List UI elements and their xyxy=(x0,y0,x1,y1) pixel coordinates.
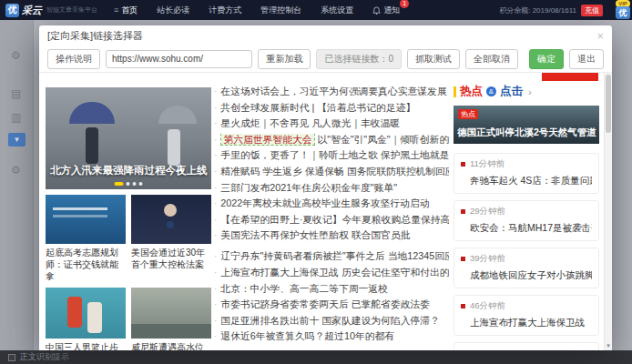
hot-item-time: 11分钟前 xyxy=(470,158,505,170)
hot-sidebar: 热点 & 点击 › 热点 德国正式叫停北溪2号天然气管道 11分钟前奔驰车起火 … xyxy=(454,84,599,350)
reload-button[interactable]: 重新加载 xyxy=(258,49,311,69)
headline-item[interactable]: ·共创全球发展新时代 | 【沿着总书记的足迹】 xyxy=(214,102,449,115)
headline-item[interactable]: ·市委书记跻身省委常委两天后 已掌舵省委政法委 xyxy=(214,298,449,311)
hot-section-header[interactable]: 热点 & 点击 › xyxy=(454,84,599,99)
headline-list: ·在这场对话会上，习近平为何强调要真心实意谋发展？·共创全球发展新时代 | 【沿… xyxy=(214,86,449,343)
headline-text: 在这场对话会上，习近平为何强调要真心实意谋发展？ xyxy=(220,86,449,96)
cancel-all-button[interactable]: 全部取消 xyxy=(465,49,518,69)
headline-item[interactable]: ·国足亚洲排名跌出前十 国家队建设为何陷入停滞？ xyxy=(214,315,449,328)
hint-checkbox[interactable] xyxy=(8,354,15,361)
umbrella-shape xyxy=(158,106,197,124)
collector-icon: ▼ xyxy=(8,133,25,147)
help-button[interactable]: 操作说明 xyxy=(47,49,100,69)
hot-news-item[interactable]: 29分钟前欧安会：马航MH17是被袭击落 xyxy=(454,200,599,241)
embedded-page: 北方入汛来最强降雨过程今夜上线 起底高考志愿规划师：证书交钱就能拿美国会通过近3… xyxy=(39,73,612,350)
headline-item[interactable]: ·在这场对话会上，习近平为何强调要真心实意谋发展？ xyxy=(214,86,449,98)
thumb-image-0[interactable] xyxy=(46,195,126,244)
headline-item[interactable]: ·精准赋码 学生返乡 保通保畅 国务院联防联控机制回应 xyxy=(214,166,449,178)
hot-time-row: 11分钟前 xyxy=(461,158,592,170)
scroll-down-arrow[interactable]: ▾ xyxy=(605,342,612,349)
bullet-icon: · xyxy=(214,183,217,193)
settings-icon: ⚙ xyxy=(11,164,21,177)
url-input[interactable] xyxy=(106,50,252,68)
nav-item-label: 管理控制台 xyxy=(260,5,301,16)
thumb-image-1[interactable] xyxy=(131,195,211,244)
bullet-icon: · xyxy=(214,316,217,326)
scrollbar-thumb[interactable] xyxy=(606,75,611,133)
headline-item[interactable]: ·手里的饭，更香了！｜聆听土地之歌 保护黑土地就是保护每个 xyxy=(214,149,449,162)
account-avatar: 优 xyxy=(616,6,630,19)
red-bullet-icon xyxy=(461,162,465,167)
nav-item-1[interactable]: 站长必读 xyxy=(157,5,189,16)
bullet-icon: · xyxy=(214,135,217,145)
hot-card-caption: 德国正式叫停北溪2号天然气管道 xyxy=(457,126,596,139)
bullet-icon: · xyxy=(214,198,217,208)
headline-item[interactable]: ·【在希望的田野上·夏收记】今年夏粮收购总量保持高水平 xyxy=(214,214,449,227)
headline-item[interactable]: ·星火成炬｜不舍再见 凡人微光｜丰收温暖 xyxy=(214,117,449,130)
headline-item[interactable]: ·北京：中小学、高一高二等下周一返校 xyxy=(214,283,449,296)
red-bullet-icon xyxy=(461,304,465,308)
pedestrian-shape xyxy=(168,129,180,166)
headline-text: 以"智金"引"凤金"｜倾听创新的律动 xyxy=(318,134,449,145)
hot-time-row: 39分钟前 xyxy=(461,253,592,265)
page-scrollbar[interactable]: ▾ xyxy=(604,73,612,350)
headline-text: 北京：中小学、高一高二等下周一返校 xyxy=(220,283,388,294)
thumb-caption: 起底高考志愿规划师：证书交钱就能拿 xyxy=(46,247,126,282)
nav-item-3[interactable]: 管理控制台 xyxy=(260,5,301,16)
hero-image[interactable]: 北方入汛来最强降雨过程今夜上线 xyxy=(46,87,211,189)
headline-item[interactable]: ·2022年离校未就业高校毕业生服务攻坚行动启动 xyxy=(214,197,449,210)
grab-test-button[interactable]: 抓取测试 xyxy=(407,49,460,69)
hot-feature-card[interactable]: 热点 德国正式叫停北溪2号天然气管道 xyxy=(454,106,599,144)
headline-text: 精准赋码 学生返乡 保通保畅 国务院联防联控机制回应 xyxy=(220,166,449,177)
hot-item-text: 成都地铁回应女子对小孩跳脚踹 xyxy=(461,269,592,282)
hamburger-icon: ≡ xyxy=(114,5,118,15)
headline-text: 退休近6年被查算久吗？超过10年的都有 xyxy=(220,330,394,341)
carousel-dot[interactable] xyxy=(127,182,130,186)
carousel-dot[interactable] xyxy=(133,182,137,186)
nav-item-5[interactable]: 通知1 xyxy=(372,5,400,16)
nav-item-label: 计费方式 xyxy=(209,5,241,16)
carousel-dot[interactable] xyxy=(139,182,143,186)
thumb-image-3[interactable] xyxy=(131,288,211,339)
bullet-icon: · xyxy=(214,86,217,96)
bullet-icon: · xyxy=(214,268,217,278)
vip-account[interactable]: VIP 优 xyxy=(616,0,630,19)
hot-news-item[interactable]: 39分钟前成都地铁回应女子对小孩跳脚踹 xyxy=(454,248,599,288)
nav-item-0[interactable]: ≡首页 xyxy=(114,5,138,16)
hot-news-item[interactable]: 11分钟前奔驰车起火 4S店：非质量问题 xyxy=(454,153,599,194)
bullet-icon: · xyxy=(214,331,217,341)
nav-item-2[interactable]: 计费方式 xyxy=(209,5,241,16)
nav-item-label: 站长必读 xyxy=(157,5,189,16)
headline-item[interactable]: ·第六届世界智能大会以"智金"引"凤金"｜倾听创新的律动 xyxy=(214,134,449,147)
headline-text: 美国宪法不再保护女性堕胎权 联合国官员批 xyxy=(220,229,410,240)
background-sidebar: ⚙ ▤ ▥ ▼ ⚙ xyxy=(0,20,34,364)
hot-tag: 热点 xyxy=(458,109,478,119)
list-icon: ▤ xyxy=(11,87,21,100)
confirm-button[interactable]: 确定 xyxy=(529,49,564,69)
carousel-dot[interactable] xyxy=(115,182,124,186)
nav-item-4[interactable]: 系统设置 xyxy=(321,5,353,16)
thumb-image-2[interactable] xyxy=(46,288,126,339)
headline-text: 【在希望的田野上·夏收记】今年夏粮收购总量保持高水平 xyxy=(220,214,449,225)
headline-item[interactable]: ·辽宁丹东"持黄码者看病被拦"事件之后 当地12345回应 xyxy=(214,250,449,263)
headline-item[interactable]: ·三部门发布2021年住房公积金年度"账单" xyxy=(214,182,449,195)
yellow-bar-icon xyxy=(454,86,456,97)
bottom-toolbar: 正文识别提示 xyxy=(0,350,632,364)
headline-text: 2022年离校未就业高校毕业生服务攻坚行动启动 xyxy=(220,197,429,208)
nav-item-label: 系统设置 xyxy=(321,5,353,16)
recharge-button[interactable]: 充值 xyxy=(581,5,603,16)
exit-button[interactable]: 退出 xyxy=(569,49,604,69)
close-icon[interactable]: × xyxy=(596,30,604,42)
headline-item[interactable]: ·退休近6年被查算久吗？超过10年的都有 xyxy=(214,330,449,343)
hot-item-text: 欧安会：马航MH17是被袭击落 xyxy=(461,222,592,235)
notification-badge: 1 xyxy=(400,0,409,8)
headline-item[interactable]: ·上海宣布打赢大上海保卫战 历史会记住坚守和付出的所有人 xyxy=(214,267,449,279)
thumb-caption: 美国会通过近30年首个重大控枪法案 xyxy=(131,247,211,270)
headline-item[interactable]: ·美国宪法不再保护女性堕胎权 联合国官员批 xyxy=(214,229,449,242)
hot-news-item[interactable]: 46分钟前上海宣布打赢大上海保卫战 xyxy=(454,295,599,336)
dialog-toolbar: 操作说明 重新加载 已选择链接数：0 抓取测试 全部取消 确定 退出 xyxy=(39,46,612,73)
pedestrian-shape xyxy=(86,127,98,164)
highlighted-headline: 第六届世界智能大会 xyxy=(220,134,314,146)
bullet-icon: · xyxy=(214,150,217,160)
hot-title-red: 热点 xyxy=(460,84,483,99)
